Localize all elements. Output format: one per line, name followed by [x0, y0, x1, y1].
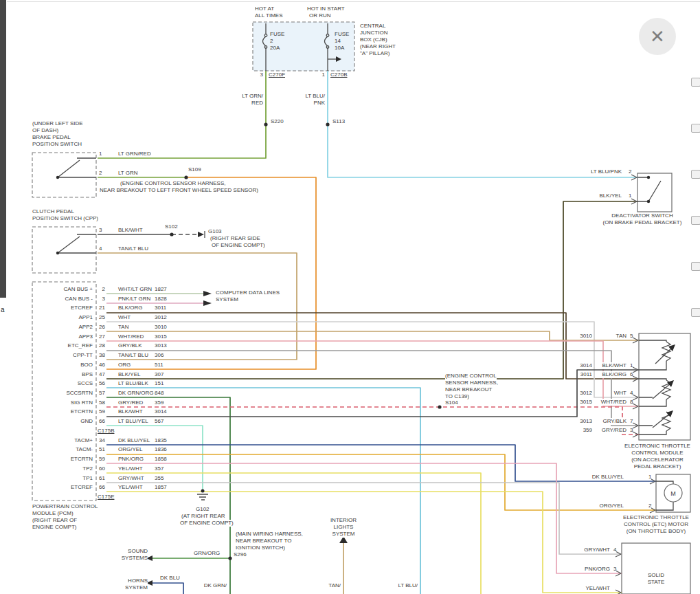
etc-module-caption: PEDAL BRACKET) [609, 463, 700, 470]
solid-state-pin-3: 3 [613, 566, 616, 573]
pcm-circuit-number: 1858 [155, 456, 167, 463]
etc-pin-number: 1 [630, 362, 633, 369]
wire-lt-grn-red [98, 71, 266, 158]
s104-harness-note: (ENGINE CONTROL [445, 373, 497, 380]
etc-wire-color: WHT [614, 390, 626, 397]
pcm-wire-color: PNK/ORG [118, 456, 144, 463]
fuse-14-number: 14 [335, 38, 341, 45]
splice-s102 [170, 232, 173, 236]
pcm-circuit-number: 151 [155, 380, 163, 387]
wire-label-lt-blu-pnk: LT BLU/ [305, 93, 325, 100]
wire-label-blk-wht: BLK/WHT [118, 227, 143, 234]
pcm-pin-row: ETC_REF 28 GRY/BLK 3013 [0, 342, 700, 350]
motor-pin-2: 2 [648, 503, 651, 509]
splice-s220 [264, 122, 267, 126]
pcm-signal-label: TP2 [82, 465, 93, 472]
solid-state-box [622, 543, 690, 594]
fuse-14-label: FUSE [335, 31, 349, 38]
pcm-pin-row: SCCSRTN 57 DK GRN/ORG 848 [0, 390, 700, 397]
c270b-pin-number: 1 [322, 72, 325, 78]
brake-switch-caption: OF DASH) [32, 127, 58, 134]
s104-harness-note: NEAR BREAKOUT [445, 386, 492, 393]
sound-systems-label: SYSTEMS [122, 555, 148, 562]
clutch-switch-box [32, 227, 96, 273]
pcm-wire-color: DK GRN/ORG [118, 390, 154, 397]
pcm-circuit-number: 1835 [155, 437, 167, 444]
deactivator-pin-2: 2 [629, 168, 631, 175]
pcm-wire-color: BLK/YEL [118, 371, 140, 378]
scroll-marker[interactable] [691, 216, 700, 225]
etc-wire-color: GRY/RED [602, 427, 626, 434]
etc-circuit-number: 3012 [580, 390, 592, 397]
connector-c270f-link[interactable]: C270F [269, 72, 285, 78]
pcm-pin-number: 59 [99, 408, 105, 415]
pcm-circuit-number: 3014 [155, 408, 167, 415]
interior-lights-label: LIGHTS [323, 524, 364, 531]
pcm-signal-label: SIG RTN [71, 399, 93, 406]
pcm-signal-label: TP1 [82, 475, 93, 482]
pcm-wire-color[interactable]: C175E [98, 494, 114, 500]
pcm-pin-row: CPP-TT 38 TAN/LT BLU 306 [0, 352, 700, 360]
pcm-wire-color: WHT/LT GRN [118, 286, 152, 293]
s296-harness-note: IGNITION SWITCH) [236, 544, 285, 551]
pcm-wire-color: ORG/YEL [118, 446, 143, 453]
deactivator-pin-1: 1 [629, 192, 631, 199]
etc-pin-number: 4 [630, 390, 633, 397]
pcm-wire-color: GRY/WHT [118, 475, 144, 482]
computer-data-lines-label: COMPUTER DATA LINES [216, 289, 280, 296]
etc-motor-caption: (ON THROTTLE BODY) [608, 528, 700, 535]
etc-pin-number: 3 [630, 427, 633, 434]
horns-system-label: SYSTEM [125, 584, 148, 591]
pcm-pin-row: APP1 25 WHT 3012 [0, 314, 700, 322]
wire-label-grn-org: GRN/ORG [194, 550, 220, 557]
pcm-caption: (RIGHT REAR OF [32, 517, 77, 524]
scroll-marker[interactable] [691, 124, 700, 133]
pcm-circuit-number: 3015 [155, 333, 167, 340]
wire-label-pnk-org: PNK/ORG [585, 566, 610, 573]
cjb-caption: "A" PILLAR) [360, 50, 389, 57]
interior-lights-label: SYSTEM [323, 531, 364, 538]
scroll-marker[interactable] [691, 308, 700, 317]
pcm-wire-color: DK BLU/YEL [118, 437, 150, 444]
pcm-pin-row: GND 66 LT BLU/YEL 567 [0, 418, 700, 426]
pcm-circuit-number: 848 [155, 390, 163, 397]
pcm-signal-label: TACM- [76, 446, 93, 453]
pcm-circuit-number: 3012 [155, 314, 167, 321]
wire-label-dk-grn-cut: DK GRN/ [204, 582, 227, 589]
pcm-caption: MODULE (PCM) [32, 510, 74, 517]
wire-label-lt-grn-red: LT GRN/RED [118, 151, 151, 157]
etc-module-caption: CONTROL MODULE [609, 450, 700, 456]
hot-at-all-times-label: HOT AT [255, 6, 274, 12]
c270f-pin-number: 3 [260, 72, 263, 78]
close-button[interactable]: ✕ [639, 18, 676, 55]
etc-wire-color: BLK/WHT [602, 362, 626, 369]
ground-g102-label: G102 [196, 506, 210, 513]
g102-location-note: OF ENGINE COMPT) [180, 520, 234, 527]
splice-s296-label: S296 [234, 551, 247, 558]
brake-pin-2: 2 [99, 170, 102, 177]
deactivator-pin-chevrons [631, 175, 637, 204]
etc-pin-number: 5 [630, 333, 633, 340]
connector-c270b-link[interactable]: C270B [330, 72, 347, 78]
scroll-marker[interactable] [691, 262, 700, 271]
scroll-marker[interactable] [691, 170, 700, 179]
wire-label-dk-blu-yel: DK BLU/YEL [592, 474, 624, 481]
pcm-pin-number: 21 [99, 305, 105, 311]
scroll-marker[interactable] [691, 78, 700, 87]
pcm-wire-color[interactable]: C175B [98, 428, 114, 434]
wire-label-tan-lt-blu: TAN/LT BLU [118, 245, 148, 252]
pcm-pin-number: 28 [99, 342, 105, 349]
pcm-pin-row: ETCRTN 59 PNK/ORG 1858 [0, 456, 700, 463]
pcm-pin-row: ETCREF 66 YEL/WHT 1857 [0, 484, 700, 492]
pcm-wire-color: TAN [118, 324, 128, 331]
wire-label-dk-blu: DK BLU [160, 575, 180, 582]
pcm-signal-label: APP2 [79, 324, 93, 331]
splice-s113-label: S113 [332, 118, 345, 125]
hot-in-start-label: OR RUN [309, 12, 331, 19]
pcm-signal-label: APP3 [79, 333, 93, 340]
etc-circuit-number: 3014 [580, 362, 592, 369]
pcm-circuit-number: 1857 [155, 484, 167, 491]
clutch-pin-3: 3 [99, 227, 102, 234]
pcm-pin-row: CAN BUS - 3 PNK/LT GRN 1828 [0, 296, 700, 303]
s296-harness-note: NEAR BREAKOUT TO [236, 538, 291, 544]
